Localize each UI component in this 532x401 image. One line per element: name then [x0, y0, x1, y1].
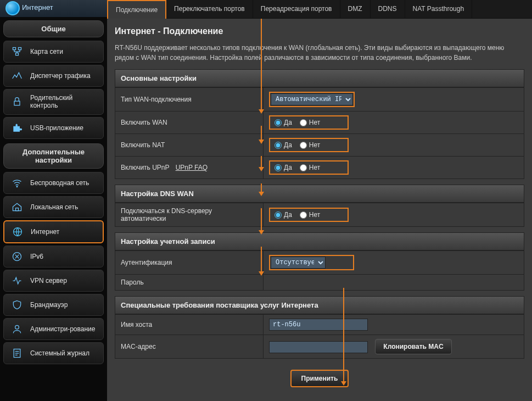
- sidebar-item-label: Системный журнал: [30, 349, 89, 357]
- lock-icon: [9, 96, 25, 108]
- svg-rect-2: [16, 53, 19, 55]
- sidebar-item-label: Карта сети: [30, 48, 63, 55]
- sidebar-item-internet[interactable]: Интернет: [3, 220, 104, 243]
- ipv6-icon: [9, 250, 25, 263]
- auth-select[interactable]: Отсутствует: [271, 257, 326, 269]
- sidebar-item-label: Администри-рование: [30, 325, 95, 333]
- sidebar-item-label: Брандмауэр: [30, 301, 68, 309]
- sidebar-top-internet: Интернет: [0, 0, 107, 17]
- tab-nat-passthrough[interactable]: NAT Passthrough: [405, 0, 473, 18]
- sidebar-section-advanced: Дополнительные настройки: [3, 143, 104, 169]
- apply-button[interactable]: Применить: [290, 370, 349, 387]
- enable-upnp-yes[interactable]: [275, 164, 282, 171]
- sidebar-item-ipv6[interactable]: IPv6: [3, 246, 104, 268]
- enable-nat-no[interactable]: [300, 142, 307, 149]
- enable-nat-yes[interactable]: [275, 142, 282, 149]
- svg-rect-3: [14, 102, 20, 106]
- label-enable-upnp: Включить UPnP UPnP FAQ: [115, 157, 264, 179]
- puzzle-icon: [9, 122, 25, 134]
- label-wan-type: Тип WAN-подключения: [115, 88, 264, 112]
- sidebar: Интернет Общие Карта сети Диспетчер траф…: [0, 0, 107, 401]
- traffic-icon: [9, 70, 25, 82]
- sidebar-section-general: Общие: [3, 20, 104, 37]
- enable-upnp-no[interactable]: [300, 164, 307, 171]
- label-password: Пароль: [115, 275, 264, 291]
- sidebar-item-network-map[interactable]: Карта сети: [3, 41, 104, 63]
- label-enable-wan: Включить WAN: [115, 112, 264, 134]
- sidebar-item-label: IPv6: [30, 253, 43, 260]
- sidebar-item-label: Локальная сеть: [30, 203, 78, 211]
- sidebar-item-wireless[interactable]: Беспроводная сеть: [3, 172, 104, 194]
- wifi-icon: [9, 177, 25, 189]
- clone-mac-button[interactable]: Клонировать MAC: [375, 339, 451, 354]
- sidebar-item-label: USB-приложение: [30, 124, 83, 132]
- sidebar-item-label: Беспроводная сеть: [30, 179, 89, 187]
- sidebar-item-lan[interactable]: Локальная сеть: [3, 196, 104, 218]
- section-basic: Основные настройки: [115, 69, 524, 87]
- label-auth: Аутентификация: [115, 251, 264, 275]
- svg-point-4: [16, 186, 18, 187]
- vpn-icon: [9, 275, 25, 287]
- sidebar-item-label: VPN сервер: [30, 277, 67, 285]
- dns-auto-no[interactable]: [300, 211, 307, 219]
- globe-icon: [10, 226, 25, 238]
- network-map-icon: [9, 46, 25, 58]
- dns-auto-yes[interactable]: [275, 211, 282, 219]
- sidebar-item-label: Интернет: [31, 228, 59, 236]
- lan-icon: [9, 201, 25, 213]
- sidebar-item-vpn[interactable]: VPN сервер: [3, 270, 104, 292]
- section-account: Настройка учетной записи: [115, 232, 524, 250]
- sidebar-item-admin[interactable]: Администри-рование: [3, 318, 104, 340]
- svg-rect-5: [16, 208, 19, 210]
- hostname-input[interactable]: [269, 319, 368, 331]
- sidebar-item-traffic-manager[interactable]: Диспетчер трафика: [3, 65, 104, 87]
- shield-icon: [9, 299, 25, 311]
- tab-bar: Подключение Переключатель портов Переадр…: [107, 0, 532, 19]
- sidebar-item-label: Диспетчер трафика: [30, 72, 91, 80]
- sidebar-item-usb-app[interactable]: USB-приложение: [3, 117, 104, 139]
- sidebar-item-syslog[interactable]: Системный журнал: [3, 342, 104, 364]
- admin-icon: [9, 323, 25, 335]
- tab-ddns[interactable]: DDNS: [371, 0, 405, 18]
- log-icon: [9, 347, 25, 359]
- label-enable-nat: Включить NAT: [115, 134, 264, 157]
- label-dns-auto: Подключаться к DNS-серверу автоматически: [115, 203, 264, 227]
- sidebar-item-label: Родительский контроль: [30, 94, 98, 110]
- sidebar-item-firewall[interactable]: Брандмауэр: [3, 294, 104, 316]
- tab-connection[interactable]: Подключение: [107, 0, 166, 19]
- enable-wan-yes[interactable]: [275, 119, 282, 126]
- sidebar-item-parental-control[interactable]: Родительский контроль: [3, 89, 104, 115]
- wan-type-select[interactable]: Автоматический IP: [271, 93, 353, 105]
- page-description: RT-N56U поддерживает несколько типов под…: [115, 43, 524, 63]
- svg-point-8: [15, 325, 19, 329]
- tab-port-trigger[interactable]: Переключатель портов: [166, 0, 253, 18]
- svg-rect-0: [13, 48, 16, 50]
- svg-rect-1: [19, 48, 21, 50]
- section-isp: Специальные требования поставщика услуг …: [115, 296, 524, 314]
- upnp-faq-link[interactable]: UPnP FAQ: [176, 164, 208, 171]
- mac-input[interactable]: [269, 341, 368, 353]
- page-title: Интернет - Подключение: [115, 26, 524, 36]
- enable-wan-no[interactable]: [300, 119, 307, 126]
- label-hostname: Имя хоста: [115, 315, 264, 335]
- label-mac: MAC-адрес: [115, 335, 264, 359]
- tab-port-forward[interactable]: Переадресация портов: [253, 0, 340, 18]
- section-dns: Настройка DNS WAN: [115, 185, 524, 203]
- tab-dmz[interactable]: DMZ: [340, 0, 371, 18]
